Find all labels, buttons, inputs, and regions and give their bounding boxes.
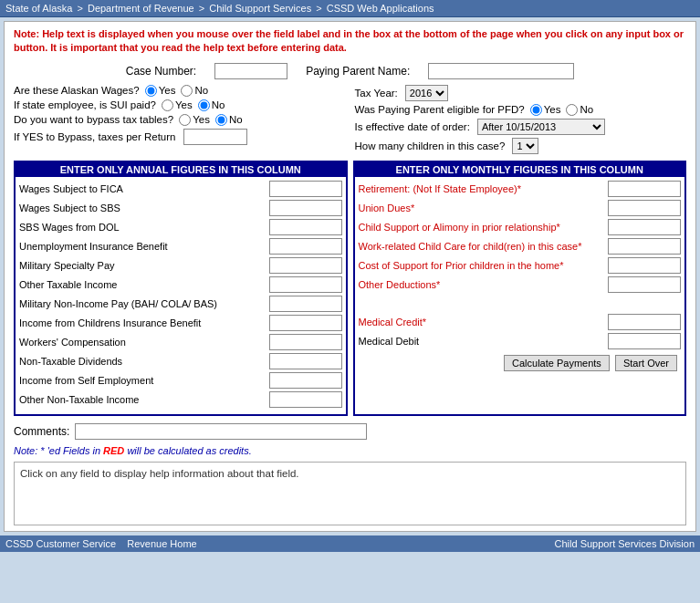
other-taxable-input[interactable] [269,276,342,293]
medical-debit-label: Medical Debit [359,335,609,348]
nav-child-support[interactable]: Child Support Services [209,3,311,14]
retirement-row: Retirement: (Not If State Employee)* [359,181,682,197]
bypass-tax-row: Do you want to bypass tax tables? Yes No [14,114,346,126]
pfd-yes-radio[interactable] [530,104,542,116]
sui-yes-radio[interactable] [162,99,173,111]
child-care-label: Work-related Child Care for child(ren) i… [359,240,609,253]
prior-children-input[interactable] [608,257,681,274]
nontaxable-dividends-input[interactable] [269,353,342,369]
options-right: Tax Year: 2016 2015 2014 Was Paying Pare… [355,85,687,157]
help-text-box: Click on any field to display help infor… [14,462,686,525]
data-columns: Enter Only Annual Figures in this column… [14,161,686,416]
other-nontaxable-row: Other Non-Taxable Income [19,391,342,408]
comments-input[interactable] [75,423,367,440]
child-support-alimony-input[interactable] [608,219,681,235]
annual-column-body: Wages Subject to FICA Wages Subject to S… [16,177,346,414]
workers-comp-label: Workers' Compensation [19,336,269,348]
medical-credit-label: Medical Credit* [359,316,609,328]
child-support-alimony-label: Child Support or Alimony in prior relati… [359,221,609,234]
military-pay-input[interactable] [269,257,342,274]
options-left: Are these Alaskan Wages? Yes No If state… [14,85,346,157]
cssd-customer-service-link[interactable]: CSSD Customer Service [5,538,116,549]
sui-paid-row: If state employee, is SUI paid? Yes No [14,99,346,111]
self-employment-input[interactable] [269,372,342,389]
nav-dept-revenue[interactable]: Department of Revenue [88,3,194,14]
children-count-select[interactable]: 123456 [512,138,538,154]
paying-parent-input[interactable] [428,63,574,79]
childrens-insurance-input[interactable] [269,315,342,331]
bypass-taxes-input[interactable] [183,129,247,145]
annual-column-header: Enter Only Annual Figures in this column [16,162,346,177]
self-employment-row: Income from Self Employment [19,372,342,389]
sbs-wages-dol-input[interactable] [269,219,342,235]
bypass-taxes-label: If YES to Bypass, taxes per Return [14,131,176,142]
military-nonincome-label: Military Non-Income Pay (BAH/ COLA/ BAS) [19,297,269,310]
sui-paid-label: If state employee, is SUI paid? [14,99,156,110]
note-box: Note: Help text is displayed when you mo… [14,27,686,56]
bypass-no-radio[interactable] [215,114,227,126]
start-over-button[interactable]: Start Over [615,355,677,371]
wages-fica-label: Wages Subject to FICA [19,182,269,195]
workers-comp-row: Workers' Compensation [19,334,342,350]
nav-cssd-web[interactable]: CSSD Web Applications [327,3,434,14]
monthly-column-header: Enter Only Monthly Figures in this colum… [355,162,685,177]
tax-year-select[interactable]: 2016 2015 2014 [405,85,448,101]
military-nonincome-row: Military Non-Income Pay (BAH/ COLA/ BAS) [19,296,342,312]
wages-fica-input[interactable] [269,181,342,197]
revenue-home-link[interactable]: Revenue Home [127,538,196,549]
note-credits: Note: * 'ed Fields in RED will be calcul… [14,445,686,456]
monthly-column: Enter Only Monthly Figures in this colum… [353,161,687,416]
tax-year-label: Tax Year: [355,88,398,99]
other-deductions-input[interactable] [608,276,681,293]
nav-state-alaska[interactable]: State of Alaska [5,3,72,14]
childrens-insurance-label: Income from Childrens Insurance Benefit [19,317,269,329]
wages-sbs-input[interactable] [269,200,342,216]
effective-date-label: Is effective date of order: [355,121,470,132]
comments-label: Comments: [14,425,69,438]
military-nonincome-input[interactable] [269,296,342,312]
other-deductions-label: Other Deductions* [359,278,609,291]
workers-comp-input[interactable] [269,334,342,350]
nontaxable-dividends-row: Non-Taxable Dividends [19,353,342,369]
pfd-no-radio[interactable] [566,104,578,116]
union-dues-input[interactable] [608,200,681,216]
calculate-payments-button[interactable]: Calculate Payments [504,355,610,371]
tax-year-row: Tax Year: 2016 2015 2014 [355,85,687,101]
other-nontaxable-input[interactable] [269,391,342,408]
retirement-label: Retirement: (Not If State Employee)* [359,182,609,195]
sbs-wages-dol-label: SBS Wages from DOL [19,221,269,234]
options-section: Are these Alaskan Wages? Yes No If state… [14,85,686,157]
alaskan-yes-radio[interactable] [145,85,157,97]
medical-credit-input[interactable] [608,314,681,330]
union-dues-row: Union Dues* [359,200,682,216]
child-care-input[interactable] [608,238,681,255]
alaskan-wages-row: Are these Alaskan Wages? Yes No [14,85,346,97]
other-nontaxable-label: Other Non-Taxable Income [19,393,269,406]
other-taxable-label: Other Taxable Income [19,278,269,291]
unemployment-input[interactable] [269,238,342,255]
medical-debit-input[interactable] [608,333,681,349]
effective-date-row: Is effective date of order: After 10/15/… [355,119,687,135]
bypass-yes-radio[interactable] [179,114,191,126]
prior-children-row: Cost of Support for Prior children in th… [359,257,682,274]
unemployment-row: Unemployment Insurance Benefit [19,238,342,255]
unemployment-label: Unemployment Insurance Benefit [19,240,269,253]
effective-date-select[interactable]: After 10/15/2013 Before 10/15/2013 [477,119,605,135]
other-taxable-row: Other Taxable Income [19,276,342,293]
medical-credit-row: Medical Credit* [359,314,682,330]
footer-right: Child Support Services Division [555,538,695,549]
child-care-row: Work-related Child Care for child(ren) i… [359,238,682,255]
medical-debit-row: Medical Debit [359,333,682,349]
retirement-input[interactable] [608,181,681,197]
sui-no-radio[interactable] [198,99,210,111]
bypass-taxes-row: If YES to Bypass, taxes per Return [14,129,346,145]
pfd-eligible-row: Was Paying Parent eligible for PFD? Yes … [355,104,687,116]
case-number-input[interactable] [214,63,287,79]
children-count-label: How many children in this case? [355,140,506,151]
alaskan-no-radio[interactable] [181,85,193,97]
military-pay-row: Military Specialty Pay [19,257,342,274]
annual-column: Enter Only Annual Figures in this column… [14,161,348,416]
childrens-insurance-row: Income from Childrens Insurance Benefit [19,315,342,331]
child-support-alimony-row: Child Support or Alimony in prior relati… [359,219,682,235]
main-wrapper: Note: Help text is displayed when you mo… [4,21,696,532]
